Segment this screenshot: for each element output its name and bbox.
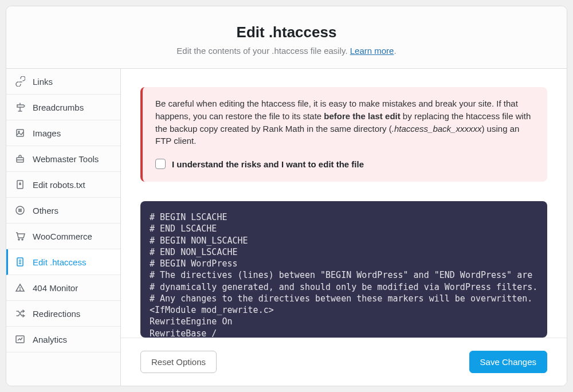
sidebar-item-label: Analytics [33, 335, 67, 344]
settings-sidebar: LinksBreadcrumbsImagesWebmaster ToolsEdi… [6, 69, 121, 386]
page-subtitle: Edit the contents of your .htaccess file… [18, 46, 555, 56]
sidebar-item-others[interactable]: Others [6, 198, 120, 224]
warning-alert: Be careful when editing the htaccess fil… [140, 87, 547, 182]
page-header: Edit .htaccess Edit the contents of your… [6, 6, 567, 68]
sidebar-item-breadcrumbs[interactable]: Breadcrumbs [6, 95, 120, 120]
warning-icon [14, 282, 26, 293]
acknowledge-checkbox[interactable] [155, 159, 166, 169]
sidebar-item-404-monitor[interactable]: 404 Monitor [6, 275, 120, 301]
sidebar-item-label: Others [33, 206, 58, 215]
sidebar-item-label: Links [33, 77, 53, 87]
link-icon [14, 76, 26, 87]
shuffle-icon [14, 308, 26, 319]
sidebar-item-label: 404 Monitor [33, 283, 78, 293]
learn-more-link[interactable]: Learn more [350, 46, 394, 56]
sidebar-item-woocommerce[interactable]: WooCommerce [6, 224, 120, 249]
acknowledge-row[interactable]: I understand the risks and I want to edi… [155, 159, 535, 169]
sidebar-item-label: Edit .htaccess [33, 257, 86, 267]
sidebar-item-webmaster-tools[interactable]: Webmaster Tools [6, 146, 120, 172]
warning-text: Be careful when editing the htaccess fil… [155, 97, 535, 147]
image-icon [14, 127, 26, 139]
cart-icon [14, 230, 26, 242]
page-title: Edit .htaccess [18, 23, 555, 41]
action-footer: Reset Options Save Changes [121, 338, 567, 386]
signpost-icon [14, 101, 26, 113]
sidebar-item-images[interactable]: Images [6, 120, 120, 146]
lines-icon [14, 205, 26, 216]
save-button[interactable]: Save Changes [469, 351, 547, 373]
chart-icon [14, 334, 26, 345]
htaccess-editor[interactable]: # BEGIN LSCACHE # END LSCACHE # BEGIN NO… [140, 201, 547, 338]
sidebar-item-label: Breadcrumbs [33, 103, 84, 112]
sidebar-item-edit-robots[interactable]: Edit robots.txt [6, 172, 120, 198]
acknowledge-label: I understand the risks and I want to edi… [172, 159, 364, 169]
sidebar-item-label: Edit robots.txt [33, 180, 85, 190]
sidebar-item-label: Images [33, 128, 61, 138]
sidebar-item-analytics[interactable]: Analytics [6, 327, 120, 352]
sidebar-item-label: Webmaster Tools [33, 154, 99, 164]
toolbox-icon [14, 153, 26, 164]
sidebar-item-redirections[interactable]: Redirections [6, 301, 120, 327]
file-robot-icon [14, 179, 26, 190]
sidebar-item-links[interactable]: Links [6, 69, 120, 95]
sidebar-item-label: WooCommerce [33, 232, 92, 241]
file-icon [14, 256, 26, 268]
sidebar-item-label: Redirections [33, 309, 80, 319]
sidebar-item-edit-htaccess[interactable]: Edit .htaccess [6, 249, 120, 275]
reset-button[interactable]: Reset Options [140, 351, 217, 373]
